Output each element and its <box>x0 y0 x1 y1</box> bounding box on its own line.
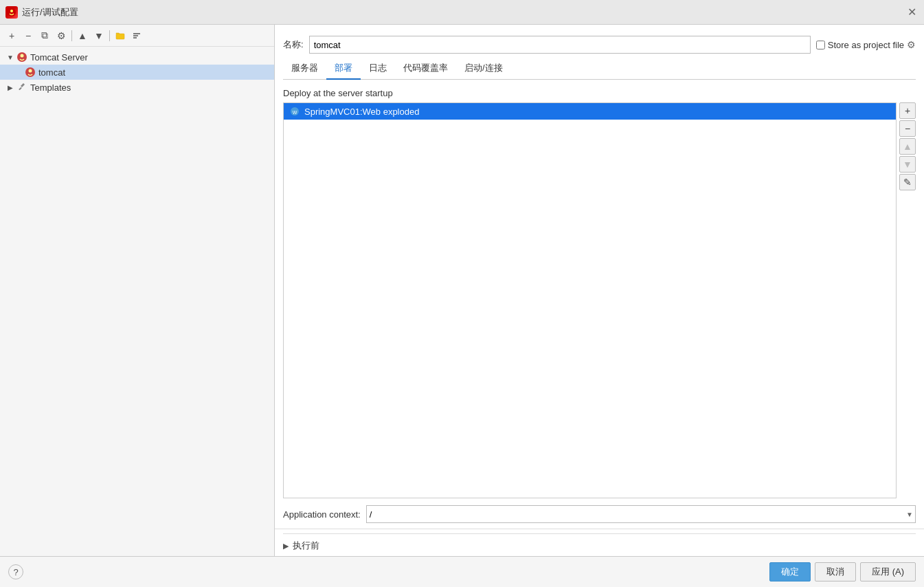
context-row: Application context: / ▼ <box>283 498 916 529</box>
name-label: 名称: <box>283 38 304 51</box>
tree-item-tomcat-server[interactable]: ▼ Tomcat Server <box>0 49 274 65</box>
tomcat-server-toggle[interactable]: ▼ <box>5 52 15 62</box>
svg-rect-2 <box>116 34 124 39</box>
dialog-body: + − ⧉ ⚙ ▲ ▼ <box>0 25 924 556</box>
name-bar: 名称: Store as project file ⚙ <box>283 32 916 58</box>
gear-icon[interactable]: ⚙ <box>907 39 916 50</box>
artifact-icon: W <box>289 106 300 117</box>
svg-rect-10 <box>19 87 22 91</box>
deploy-area: W SpringMVC01:Web exploded + − ▲ ▼ ✎ <box>283 102 916 498</box>
tab-log[interactable]: 日志 <box>361 58 395 80</box>
tree-item-tomcat[interactable]: tomcat <box>0 65 274 80</box>
toolbar-separator-2 <box>109 30 110 41</box>
svg-point-9 <box>29 69 32 73</box>
bottom-bar: ? 确定 取消 应用 (A) <box>0 556 924 587</box>
templates-toggle[interactable]: ▶ <box>5 82 15 92</box>
action-buttons: 确定 取消 应用 (A) <box>769 562 916 582</box>
right-panel: 名称: Store as project file ⚙ 服务器 部署 日志 代码… <box>275 25 924 529</box>
app-icon <box>5 6 18 19</box>
deploy-item-springmvc[interactable]: W SpringMVC01:Web exploded <box>284 103 896 120</box>
apply-button[interactable]: 应用 (A) <box>860 562 916 582</box>
execute-toggle[interactable]: ▶ <box>283 542 289 551</box>
tomcat-item-icon <box>25 67 36 78</box>
sort-icon <box>132 31 142 41</box>
execute-before: ▶ 执行前 <box>283 533 916 552</box>
svg-text:W: W <box>293 110 297 115</box>
context-select-wrapper: / ▼ <box>366 505 916 523</box>
templates-label: Templates <box>30 82 71 93</box>
store-row: Store as project file ⚙ <box>816 39 916 50</box>
tree-container: ▼ Tomcat Server <box>0 47 274 556</box>
deploy-up-button[interactable]: ▲ <box>899 138 916 155</box>
tab-deploy[interactable]: 部署 <box>326 58 361 80</box>
templates-icon <box>16 82 27 93</box>
tomcat-server-label: Tomcat Server <box>30 52 88 63</box>
toolbar: + − ⧉ ⚙ ▲ ▼ <box>0 25 274 47</box>
execute-label: 执行前 <box>293 540 319 552</box>
svg-point-7 <box>21 54 24 58</box>
copy-config-button[interactable]: ⧉ <box>37 28 52 43</box>
context-select[interactable]: / <box>366 505 916 523</box>
move-up-button[interactable]: ▲ <box>75 28 90 43</box>
confirm-button[interactable]: 确定 <box>769 562 811 582</box>
deploy-item-label: SpringMVC01:Web exploded <box>304 107 419 117</box>
store-checkbox[interactable] <box>816 41 825 49</box>
tomcat-server-icon <box>16 52 27 63</box>
close-button[interactable]: ✕ <box>905 5 919 19</box>
deploy-section-label: Deploy at the server startup <box>283 88 916 98</box>
left-panel: + − ⧉ ⚙ ▲ ▼ <box>0 25 275 556</box>
execute-before-section: ▶ 执行前 <box>275 529 924 556</box>
name-input[interactable] <box>309 36 811 54</box>
dialog-title: 运行/调试配置 <box>22 6 78 19</box>
deploy-add-button[interactable]: + <box>899 102 916 119</box>
tab-startup[interactable]: 启动/连接 <box>456 58 511 80</box>
tabs: 服务器 部署 日志 代码覆盖率 启动/连接 <box>283 58 916 80</box>
tomcat-item-label: tomcat <box>38 67 65 78</box>
folder-icon <box>115 31 125 41</box>
tab-coverage[interactable]: 代码覆盖率 <box>395 58 456 80</box>
right-panel-wrapper: 名称: Store as project file ⚙ 服务器 部署 日志 代码… <box>275 25 924 556</box>
context-label: Application context: <box>283 509 361 520</box>
remove-config-button[interactable]: − <box>21 28 36 43</box>
deploy-remove-button[interactable]: − <box>899 120 916 137</box>
cancel-button[interactable]: 取消 <box>815 562 856 582</box>
deploy-edit-button[interactable]: ✎ <box>899 174 916 190</box>
move-down-button[interactable]: ▼ <box>91 28 106 43</box>
help-button[interactable]: ? <box>8 564 23 579</box>
tree-item-templates[interactable]: ▶ Templates <box>0 80 274 95</box>
deploy-list: W SpringMVC01:Web exploded <box>283 102 897 498</box>
sort-button[interactable] <box>129 28 144 43</box>
deploy-down-button[interactable]: ▼ <box>899 156 916 173</box>
tab-server[interactable]: 服务器 <box>283 58 326 80</box>
settings-button[interactable]: ⚙ <box>54 28 69 43</box>
tab-content-deploy: Deploy at the server startup W SpringMVC <box>283 80 916 529</box>
folder-button[interactable] <box>113 28 128 43</box>
svg-point-1 <box>10 10 13 12</box>
toolbar-separator <box>71 30 72 41</box>
store-label: Store as project file <box>828 40 904 50</box>
deploy-side-buttons: + − ▲ ▼ ✎ <box>897 102 916 498</box>
title-bar: 运行/调试配置 ✕ <box>0 0 924 25</box>
add-config-button[interactable]: + <box>4 28 19 43</box>
